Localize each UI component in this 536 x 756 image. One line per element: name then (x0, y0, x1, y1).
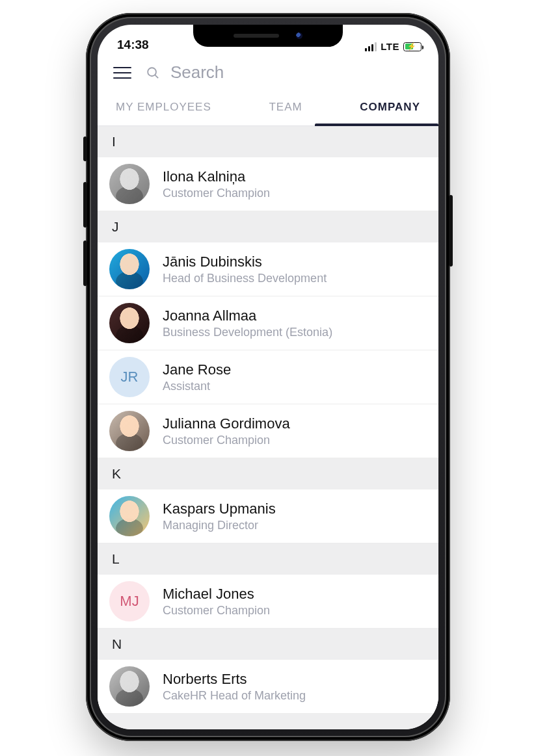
employee-name: Jānis Dubinskis (163, 254, 327, 270)
employee-row[interactable]: Jānis DubinskisHead of Business Developm… (98, 242, 438, 296)
tab-my-employees[interactable]: MY EMPLOYEES (116, 101, 211, 125)
network-label: LTE (381, 41, 399, 52)
section-header: L (98, 543, 438, 575)
signal-icon (365, 42, 377, 51)
employee-title: Head of Business Development (163, 272, 327, 285)
avatar (109, 496, 150, 536)
avatar (109, 249, 150, 289)
section-header: K (98, 458, 438, 489)
avatar: JR (109, 357, 150, 397)
employee-name: Norberts Erts (163, 671, 306, 688)
tabs: MY EMPLOYEES TEAM COMPANY (98, 93, 438, 126)
avatar (109, 666, 150, 707)
avatar (109, 303, 150, 343)
section-header: J (98, 211, 438, 242)
employee-row[interactable]: Joanna AllmaaBusiness Development (Eston… (98, 296, 438, 350)
employee-title: Customer Champion (163, 434, 290, 447)
employee-title: CakeHR Head of Marketing (163, 689, 306, 703)
employee-name: Michael Jones (163, 586, 270, 603)
employee-list[interactable]: IIlona KalniņaCustomer ChampionJJānis Du… (98, 126, 438, 729)
employee-row[interactable]: Ilona KalniņaCustomer Champion (98, 157, 438, 211)
battery-icon: ⚡ (403, 42, 422, 51)
employee-row[interactable]: Norberts ErtsCakeHR Head of Marketing (98, 660, 438, 714)
employee-name: Julianna Gordimova (163, 415, 290, 432)
employee-name: Jane Rose (163, 361, 231, 378)
avatar (109, 411, 150, 451)
section-header: I (98, 126, 438, 157)
employee-title: Business Development (Estonia) (163, 326, 332, 339)
avatar (109, 164, 150, 204)
svg-line-1 (155, 75, 159, 78)
search-icon (146, 65, 160, 81)
section-header: N (98, 629, 438, 660)
employee-row[interactable]: MJMichael JonesCustomer Champion (98, 575, 438, 629)
employee-title: Customer Champion (163, 187, 270, 200)
menu-button[interactable] (113, 67, 131, 79)
search-input[interactable] (170, 62, 425, 83)
status-time: 14:38 (117, 38, 149, 52)
tab-company[interactable]: COMPANY (360, 101, 420, 125)
employee-title: Customer Champion (163, 604, 270, 618)
tab-team[interactable]: TEAM (269, 101, 302, 125)
employee-row[interactable]: JRJane RoseAssistant (98, 350, 438, 404)
employee-row[interactable]: Julianna GordimovaCustomer Champion (98, 404, 438, 458)
employee-row[interactable]: Kaspars UpmanisManaging Director (98, 489, 438, 543)
employee-name: Ilona Kalniņa (163, 168, 270, 185)
employee-name: Joanna Allmaa (163, 307, 332, 324)
employee-title: Managing Director (163, 519, 276, 532)
employee-title: Assistant (163, 380, 231, 393)
avatar: MJ (109, 581, 150, 621)
employee-name: Kaspars Upmanis (163, 501, 276, 517)
svg-point-0 (148, 68, 156, 76)
tab-indicator (315, 124, 438, 126)
